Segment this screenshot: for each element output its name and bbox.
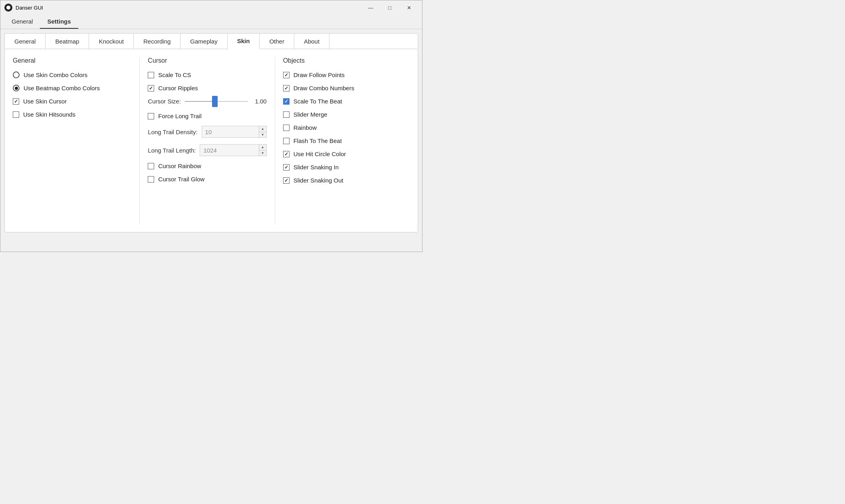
use-beatmap-combo-colors-radio[interactable] [13, 85, 20, 91]
cursor-ripples-checkbox[interactable] [148, 85, 154, 91]
draw-combo-numbers-checkbox[interactable] [283, 85, 290, 91]
use-skin-cursor-label: Use Skin Cursor [23, 98, 67, 105]
use-skin-combo-colors-radio[interactable] [13, 71, 20, 78]
slider-merge-checkbox[interactable] [283, 111, 290, 118]
titlebar: Danser GUI — □ ✕ [0, 0, 422, 15]
scale-to-cs-label: Scale To CS [158, 71, 191, 78]
cursor-size-row: Cursor Size: 1.00 [148, 98, 266, 105]
use-hit-circle-color-label: Use Hit Circle Color [294, 151, 346, 157]
tab-other[interactable]: Other [260, 34, 294, 49]
slider-snaking-in-checkbox[interactable] [283, 164, 290, 171]
slider-snaking-in-row: Slider Snaking In [283, 164, 402, 171]
cursor-trail-glow-checkbox[interactable] [148, 176, 154, 183]
slider-snaking-in-label: Slider Snaking In [294, 164, 339, 171]
flash-to-the-beat-checkbox[interactable] [283, 138, 290, 144]
cursor-trail-glow-label: Cursor Trail Glow [158, 176, 204, 183]
long-trail-length-label: Long Trail Length: [148, 147, 196, 154]
use-skin-cursor-row: Use Skin Cursor [13, 98, 131, 105]
use-skin-combo-colors-row: Use Skin Combo Colors [13, 71, 131, 78]
tab-about[interactable]: About [294, 34, 329, 49]
objects-section-title: Objects [283, 57, 402, 64]
slider-merge-label: Slider Merge [294, 111, 327, 118]
scale-to-cs-row: Scale To CS [148, 71, 266, 78]
tab-knockout[interactable]: Knockout [89, 34, 134, 49]
maximize-button[interactable]: □ [381, 2, 399, 14]
titlebar-controls: — □ ✕ [361, 2, 418, 14]
draw-follow-points-checkbox[interactable] [283, 72, 290, 78]
cursor-column: Cursor Scale To CS Cursor Ripples Cursor… [140, 57, 275, 224]
scale-to-the-beat-row: Scale To The Beat [283, 98, 402, 105]
cursor-section-title: Cursor [148, 57, 266, 64]
tab-general[interactable]: General [5, 34, 46, 49]
inner-tabs: General Beatmap Knockout Recording Gamep… [4, 33, 418, 49]
scale-to-the-beat-label: Scale To The Beat [294, 98, 342, 105]
use-skin-combo-colors-label: Use Skin Combo Colors [24, 71, 87, 78]
general-section-title: General [13, 57, 131, 64]
long-trail-length-down[interactable]: ▼ [259, 151, 266, 156]
long-trail-density-value: 10 [202, 129, 259, 135]
main-window: Danser GUI — □ ✕ General Settings Genera… [0, 0, 422, 252]
minimize-button[interactable]: — [361, 2, 380, 14]
flash-to-the-beat-row: Flash To The Beat [283, 137, 402, 144]
rainbow-checkbox[interactable] [283, 125, 290, 131]
cursor-trail-glow-row: Cursor Trail Glow [148, 176, 266, 183]
scale-to-the-beat-checkbox[interactable] [283, 98, 290, 105]
tab-settings-top[interactable]: Settings [40, 15, 78, 29]
use-skin-hitsounds-checkbox[interactable] [13, 111, 19, 118]
general-column: General Use Skin Combo Colors Use Beatma… [13, 57, 140, 224]
long-trail-length-input[interactable]: 1024 ▲ ▼ [200, 144, 266, 156]
long-trail-length-spinners: ▲ ▼ [259, 145, 266, 156]
rainbow-label: Rainbow [294, 124, 317, 131]
force-long-trail-checkbox[interactable] [148, 113, 154, 119]
use-beatmap-combo-colors-label: Use Beatmap Combo Colors [24, 85, 100, 91]
tab-gameplay[interactable]: Gameplay [181, 34, 227, 49]
slider-merge-row: Slider Merge [283, 111, 402, 118]
scale-to-cs-checkbox[interactable] [148, 72, 154, 78]
app-icon-inner [6, 6, 10, 10]
content-area: General Beatmap Knockout Recording Gamep… [0, 29, 422, 252]
flash-to-the-beat-label: Flash To The Beat [294, 137, 342, 144]
rainbow-row: Rainbow [283, 124, 402, 131]
close-button[interactable]: ✕ [400, 2, 418, 14]
slider-snaking-out-checkbox[interactable] [283, 177, 290, 184]
use-hit-circle-color-row: Use Hit Circle Color [283, 151, 402, 157]
cursor-rainbow-checkbox[interactable] [148, 163, 154, 169]
use-hit-circle-color-checkbox[interactable] [283, 151, 290, 157]
tab-skin[interactable]: Skin [228, 34, 260, 49]
use-beatmap-combo-colors-row: Use Beatmap Combo Colors [13, 85, 131, 91]
cursor-size-label: Cursor Size: [148, 98, 181, 105]
cursor-ripples-row: Cursor Ripples [148, 85, 266, 91]
titlebar-left: Danser GUI [4, 4, 43, 12]
long-trail-density-row: Long Trail Density: 10 ▲ ▼ [148, 126, 266, 138]
long-trail-density-input[interactable]: 10 ▲ ▼ [202, 126, 267, 138]
long-trail-length-value: 1024 [200, 147, 258, 154]
tab-beatmap[interactable]: Beatmap [46, 34, 89, 49]
cursor-size-track[interactable] [185, 101, 248, 102]
long-trail-density-spinners: ▲ ▼ [259, 126, 266, 137]
draw-combo-numbers-label: Draw Combo Numbers [294, 85, 355, 91]
force-long-trail-label: Force Long Trail [158, 113, 201, 119]
force-long-trail-row: Force Long Trail [148, 113, 266, 119]
long-trail-density-down[interactable]: ▼ [259, 132, 266, 138]
use-skin-hitsounds-label: Use Skin Hitsounds [23, 111, 75, 118]
tab-recording[interactable]: Recording [134, 34, 181, 49]
app-icon [4, 4, 12, 12]
use-skin-cursor-checkbox[interactable] [13, 98, 19, 105]
draw-follow-points-label: Draw Follow Points [294, 71, 345, 78]
objects-column: Objects Draw Follow Points Draw Combo Nu… [275, 57, 410, 224]
long-trail-density-up[interactable]: ▲ [259, 126, 266, 132]
draw-follow-points-row: Draw Follow Points [283, 71, 402, 78]
tab-general-top[interactable]: General [4, 15, 40, 29]
draw-combo-numbers-row: Draw Combo Numbers [283, 85, 402, 91]
titlebar-title: Danser GUI [16, 5, 43, 11]
cursor-size-thumb[interactable] [212, 96, 218, 107]
slider-snaking-out-row: Slider Snaking Out [283, 177, 402, 184]
use-skin-hitsounds-row: Use Skin Hitsounds [13, 111, 131, 118]
cursor-rainbow-row: Cursor Rainbow [148, 163, 266, 169]
long-trail-length-row: Long Trail Length: 1024 ▲ ▼ [148, 144, 266, 156]
cursor-ripples-label: Cursor Ripples [158, 85, 198, 91]
long-trail-density-label: Long Trail Density: [148, 129, 197, 135]
panel-area: General Use Skin Combo Colors Use Beatma… [4, 49, 418, 232]
long-trail-length-up[interactable]: ▲ [259, 145, 266, 151]
slider-snaking-out-label: Slider Snaking Out [294, 177, 343, 184]
